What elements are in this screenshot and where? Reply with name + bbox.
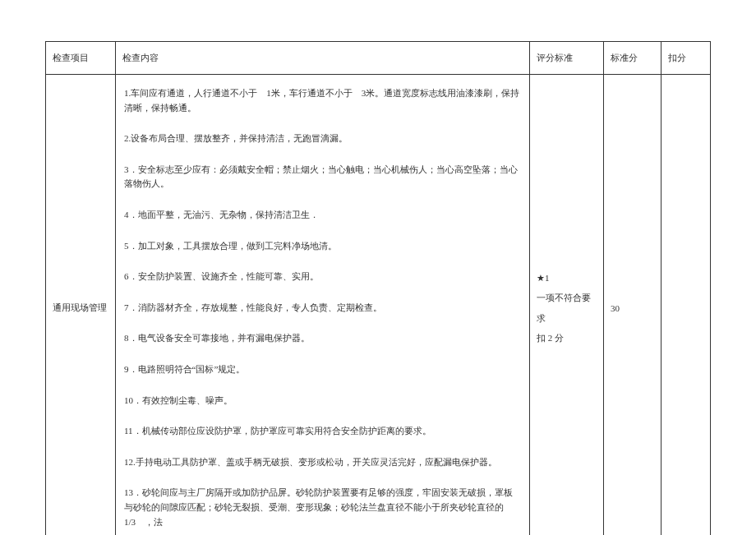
cell-score: 30 [604,75,662,536]
content-item: 7．消防器材齐全，存放规整，性能良好，专人负责、定期检查。 [124,301,521,316]
document-page: 检查项目 检查内容 评分标准 标准分 扣分 通用现场管理 1.车间应有通道，人行… [0,0,756,535]
criteria-line: 扣 2 分 [537,328,597,348]
cell-content: 1.车间应有通道，人行通道不小于 1米，车行通道不小于 3米。通道宽度标志线用油… [116,75,530,536]
content-item: 1.车间应有通道，人行通道不小于 1米，车行通道不小于 3米。通道宽度标志线用油… [124,86,521,115]
header-content: 检查内容 [116,42,530,75]
content-item: 8．电气设备安全可靠接地，并有漏电保护器。 [124,331,521,346]
content-item: 4．地面平整，无油污、无杂物，保持清洁卫生． [124,208,521,223]
content-item: 2.设备布局合理、摆放整齐，并保持清洁，无跑冒滴漏。 [124,131,521,146]
content-item: 6．安全防护装置、设施齐全，性能可靠、实用。 [124,270,521,284]
header-score: 标准分 [604,42,662,75]
header-project: 检查项目 [46,42,116,75]
content-item: 5．加工对象，工具摆放合理，做到工完料净场地清。 [124,239,521,254]
inspection-table: 检查项目 检查内容 评分标准 标准分 扣分 通用现场管理 1.车间应有通道，人行… [45,41,711,535]
cell-project: 通用现场管理 [46,75,116,536]
cell-criteria: ★1 一项不符合要求 扣 2 分 [530,75,604,536]
criteria-line: 一项不符合要求 [537,288,597,327]
header-criteria: 评分标准 [530,42,604,75]
content-item: 11．机械传动部位应设防护罩，防护罩应可靠实用符合安全防护距离的要求。 [124,424,521,439]
content-item: 9．电路照明符合“国标”规定。 [124,362,521,377]
content-item: 13．砂轮间应与主厂房隔开或加防护品屏。砂轮防护装置要有足够的强度，牢固安装无破… [124,486,521,529]
header-deduct: 扣分 [662,42,711,75]
table-row: 通用现场管理 1.车间应有通道，人行通道不小于 1米，车行通道不小于 3米。通道… [46,75,711,536]
content-item: 3．安全标志至少应有：必须戴安全帽；禁止烟火；当心触电；当心机械伤人；当心高空坠… [124,163,521,191]
content-item: 10．有效控制尘毒、噪声。 [124,394,521,408]
criteria-line: ★1 [537,268,597,288]
content-item: 12.手持电动工具防护罩、盖或手柄无破损、变形或松动，开关应灵活完好，应配漏电保… [124,455,521,470]
cell-deduct [662,75,711,536]
table-header-row: 检查项目 检查内容 评分标准 标准分 扣分 [46,42,711,75]
